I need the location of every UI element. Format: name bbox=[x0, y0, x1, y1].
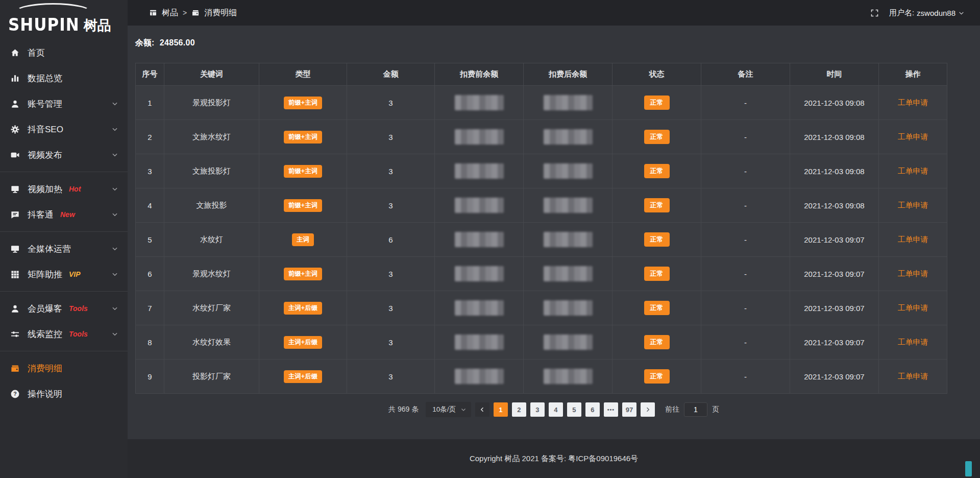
sidebar-item-account-manage[interactable]: 账号管理 bbox=[0, 91, 128, 116]
page-button-4[interactable]: 4 bbox=[549, 402, 563, 417]
blurred-value bbox=[455, 198, 504, 213]
footer: Copyright 树品 2021 备案号: 粤ICP备09019646号 bbox=[128, 439, 980, 478]
breadcrumb-item-home[interactable]: 树品 bbox=[162, 8, 178, 18]
work-order-link[interactable]: 工单申请 bbox=[898, 372, 928, 380]
page-button-3[interactable]: 3 bbox=[530, 402, 545, 417]
floating-widget[interactable] bbox=[965, 461, 972, 476]
prev-page-button[interactable] bbox=[475, 402, 489, 417]
page-button-5[interactable]: 5 bbox=[567, 402, 581, 417]
cell-type: 主词+后缀 bbox=[259, 360, 347, 394]
cell-remark: - bbox=[701, 188, 790, 223]
page-button-1[interactable]: 1 bbox=[494, 402, 508, 417]
cell-post-balance bbox=[524, 188, 612, 223]
blurred-value bbox=[455, 334, 504, 350]
work-order-link[interactable]: 工单申请 bbox=[898, 132, 928, 141]
cell-time: 2021-12-03 09:07 bbox=[790, 360, 879, 394]
cell-time: 2021-12-03 09:07 bbox=[790, 257, 879, 291]
cell-time: 2021-12-03 09:07 bbox=[790, 291, 879, 325]
sidebar-item-home[interactable]: 首页 bbox=[0, 40, 128, 65]
next-page-button[interactable] bbox=[641, 402, 655, 417]
cell-keyword: 水纹灯 bbox=[164, 223, 259, 257]
sidebar: SHUPIN 树品 首页数据总览账号管理抖音SEO视频发布视频加热Hot抖客通N… bbox=[0, 0, 128, 478]
sidebar-item-member-burst[interactable]: 会员爆客Tools bbox=[0, 296, 128, 321]
cell-no: 3 bbox=[136, 154, 164, 188]
work-order-link[interactable]: 工单申请 bbox=[898, 269, 928, 278]
page-button-97[interactable]: 97 bbox=[622, 402, 636, 417]
sidebar-item-label: 抖客通 bbox=[28, 209, 54, 221]
sidebar-item-label: 线索监控 bbox=[28, 328, 62, 340]
question-icon: ? bbox=[10, 389, 20, 399]
cell-action: 工单申请 bbox=[879, 360, 947, 394]
pagination-total: 共 969 条 bbox=[388, 405, 419, 414]
menu-divider bbox=[0, 172, 128, 172]
chevron-down-icon bbox=[111, 100, 118, 107]
sidebar-item-badge: Tools bbox=[69, 330, 88, 338]
chevron-left-icon bbox=[479, 407, 485, 413]
sidebar-item-douketong[interactable]: 抖客通New bbox=[0, 202, 128, 227]
work-order-link[interactable]: 工单申请 bbox=[898, 201, 928, 209]
page-button-6[interactable]: 6 bbox=[585, 402, 600, 417]
page-size-select[interactable]: 10条/页 bbox=[426, 402, 471, 417]
fullscreen-icon[interactable] bbox=[870, 9, 879, 17]
cell-amount: 3 bbox=[347, 360, 435, 394]
type-badge: 主词+后缀 bbox=[284, 370, 322, 383]
cell-remark: - bbox=[701, 154, 790, 188]
sidebar-item-manual[interactable]: ?操作说明 bbox=[0, 381, 128, 407]
cell-time: 2021-12-03 09:07 bbox=[790, 325, 879, 360]
cell-pre-balance bbox=[435, 223, 524, 257]
cell-type: 主词+后缀 bbox=[259, 291, 347, 325]
work-order-link[interactable]: 工单申请 bbox=[898, 235, 928, 244]
cell-pre-balance bbox=[435, 360, 524, 394]
column-header: 关键词 bbox=[164, 63, 259, 86]
monitor-icon bbox=[10, 244, 20, 254]
goto-page-input[interactable] bbox=[684, 402, 707, 417]
copyright-text: Copyright 树品 2021 备案号: 粤ICP备09019646号 bbox=[470, 454, 638, 464]
cell-keyword: 文旅水纹灯 bbox=[164, 120, 259, 154]
menu-divider bbox=[0, 351, 128, 351]
user-dropdown[interactable]: 用户名: zswodun88 bbox=[889, 8, 965, 18]
cell-keyword: 投影灯厂家 bbox=[164, 360, 259, 394]
cell-type: 前缀+主词 bbox=[259, 188, 347, 223]
work-order-link[interactable]: 工单申请 bbox=[898, 98, 928, 107]
page-button-2[interactable]: 2 bbox=[512, 402, 526, 417]
cell-post-balance bbox=[524, 154, 612, 188]
cell-no: 5 bbox=[136, 223, 164, 257]
work-order-link[interactable]: 工单申请 bbox=[898, 338, 928, 346]
sidebar-item-data-overview[interactable]: 数据总览 bbox=[0, 65, 128, 91]
cell-post-balance bbox=[524, 360, 612, 394]
sidebar-item-matrix-boost[interactable]: 矩阵助推VIP bbox=[0, 261, 128, 287]
cell-type: 主词 bbox=[259, 223, 347, 257]
status-badge: 正常 bbox=[644, 369, 670, 384]
video-camera-icon bbox=[10, 150, 20, 160]
chevron-down-icon bbox=[460, 407, 467, 413]
consume-table: 序号关键词类型金额扣费前余额扣费后余额状态备注时间操作 1景观投影灯前缀+主词3… bbox=[135, 63, 947, 394]
sidebar-item-media-operation[interactable]: 全媒体运营 bbox=[0, 236, 128, 261]
column-header: 备注 bbox=[701, 63, 790, 86]
work-order-link[interactable]: 工单申请 bbox=[898, 166, 928, 175]
column-header: 金额 bbox=[347, 63, 435, 86]
work-order-link[interactable]: 工单申请 bbox=[898, 303, 928, 312]
sidebar-item-video-publish[interactable]: 视频发布 bbox=[0, 142, 128, 168]
blurred-value bbox=[544, 369, 593, 384]
page-ellipsis-button[interactable]: ••• bbox=[604, 402, 618, 417]
column-header: 类型 bbox=[259, 63, 347, 86]
sidebar-item-douyin-seo[interactable]: 抖音SEO bbox=[0, 116, 128, 142]
cell-status: 正常 bbox=[612, 188, 701, 223]
table-row: 6景观水纹灯前缀+主词3正常-2021-12-03 09:07工单申请 bbox=[136, 257, 947, 291]
cell-no: 4 bbox=[136, 188, 164, 223]
breadcrumb: 树品 > 消费明细 bbox=[149, 8, 237, 18]
sidebar-item-leads-monitor[interactable]: 线索监控Tools bbox=[0, 321, 128, 347]
cell-pre-balance bbox=[435, 188, 524, 223]
table-row: 1景观投影灯前缀+主词3正常-2021-12-03 09:08工单申请 bbox=[136, 86, 947, 120]
sidebar-item-consume-detail[interactable]: 消费明细 bbox=[0, 355, 128, 381]
cell-action: 工单申请 bbox=[879, 223, 947, 257]
cell-action: 工单申请 bbox=[879, 86, 947, 120]
cell-keyword: 文旅投影 bbox=[164, 188, 259, 223]
blurred-value bbox=[455, 95, 504, 110]
pagination: 共 969 条 10条/页 123456•••97 前往 页 bbox=[128, 402, 980, 417]
sidebar-item-video-heat[interactable]: 视频加热Hot bbox=[0, 176, 128, 202]
goto-unit: 页 bbox=[712, 405, 719, 414]
sidebar-item-label: 操作说明 bbox=[28, 388, 62, 400]
username-label: 用户名: bbox=[889, 8, 914, 18]
sidebar-item-badge: VIP bbox=[69, 270, 81, 278]
